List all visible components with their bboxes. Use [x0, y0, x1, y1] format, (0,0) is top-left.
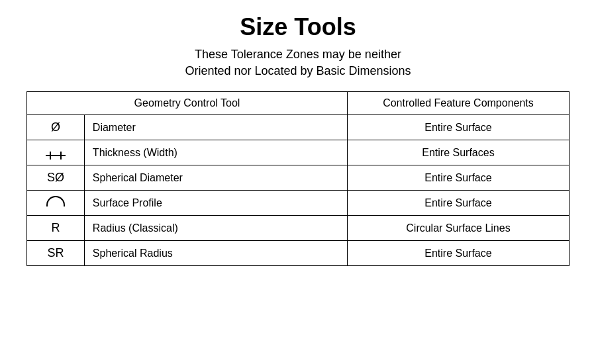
header-geometry: Geometry Control Tool: [27, 92, 348, 115]
page-title: Size Tools: [240, 13, 356, 41]
controlled-spherical-radius: Entire Surface: [347, 241, 569, 266]
header-controlled: Controlled Feature Components: [347, 92, 569, 115]
table-row: SR Spherical Radius Entire Surface: [27, 241, 570, 266]
symbol-thickness: [27, 140, 85, 165]
name-radius: Radius (Classical): [84, 216, 347, 241]
controlled-thickness: Entire Surfaces: [347, 140, 569, 165]
arc-icon: [46, 196, 65, 206]
symbol-spherical-diameter: SØ: [27, 165, 85, 191]
table-row: Thickness (Width) Entire Surfaces: [27, 140, 570, 165]
symbol-diameter: Ø: [27, 115, 85, 140]
name-thickness: Thickness (Width): [84, 140, 347, 165]
symbol-radius: R: [27, 216, 85, 241]
table-row: R Radius (Classical) Circular Surface Li…: [27, 216, 570, 241]
symbol-spherical-radius: SR: [27, 241, 85, 266]
size-tools-table: Geometry Control Tool Controlled Feature…: [26, 91, 570, 266]
table-row: Ø Diameter Entire Surface: [27, 115, 570, 140]
name-surface-profile: Surface Profile: [84, 191, 347, 216]
controlled-surface-profile: Entire Surface: [347, 191, 569, 216]
table-row: Surface Profile Entire Surface: [27, 191, 570, 216]
name-diameter: Diameter: [84, 115, 347, 140]
controlled-spherical-diameter: Entire Surface: [347, 165, 569, 191]
name-spherical-diameter: Spherical Diameter: [84, 165, 347, 191]
controlled-diameter: Entire Surface: [347, 115, 569, 140]
symbol-surface-profile: [27, 191, 85, 216]
table-row: SØ Spherical Diameter Entire Surface: [27, 165, 570, 191]
subtitle: These Tolerance Zones may be neither Ori…: [185, 46, 411, 79]
controlled-radius: Circular Surface Lines: [347, 216, 569, 241]
name-spherical-radius: Spherical Radius: [84, 241, 347, 266]
